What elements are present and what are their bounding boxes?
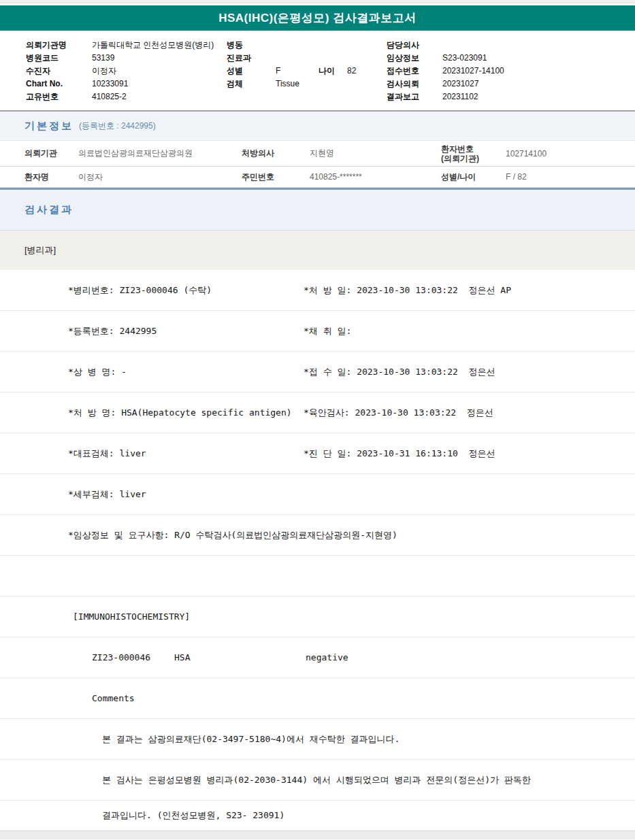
basic-info-section-header: 기본정보 (등록번호 : 2442995): [0, 112, 635, 141]
cell-label-line1: 환자번호: [441, 144, 474, 154]
info-column-left: 의뢰기관명가톨릭대학교 인천성모병원(병리) 병원코드53139 수진자이정자 …: [26, 39, 214, 103]
info-row: 고유번호410825-2: [26, 90, 214, 103]
basic-info-title: 기본정보: [25, 120, 74, 133]
info-row: 병동: [227, 39, 356, 52]
comment-line: 본 검사는 은평성모병원 병리과(02-2030-3144) 에서 시행되었으며…: [102, 774, 531, 786]
comments-header-row: Comments: [0, 678, 635, 719]
info-row: 담당의사: [387, 39, 504, 52]
comment-row: 본 검사는 은평성모병원 병리과(02-2030-3144) 에서 시행되었으며…: [0, 760, 635, 801]
results-title: 검사결과: [25, 203, 74, 216]
field-label: 병동: [227, 39, 276, 52]
comments-label: Comments: [92, 693, 135, 703]
info-row: Chart No.10233091: [26, 78, 214, 90]
field-label: 성별: [227, 65, 276, 78]
department-row: [병리과]: [0, 230, 635, 270]
cell-value: F / 82: [506, 172, 635, 182]
field-value: S23-023091: [442, 52, 487, 65]
table-row: 환자명 이정자 주민번호 410825-******* 성별/나이 F / 82: [0, 167, 635, 188]
cell-label: 의뢰기관: [0, 148, 78, 159]
detail-right: *채 취 일:: [304, 325, 635, 337]
registration-number-note: (등록번호 : 2442995): [79, 120, 156, 132]
detail-right: *진 단 일: 2023-10-31 16:13:10 정은선: [304, 448, 635, 460]
field-label: 담당의사: [387, 39, 442, 52]
detail-row-order-name: *처 방 명: HSA(Hepatocyte specific antigen)…: [0, 392, 635, 433]
detail-row-main-specimen: *대표검체: liver *진 단 일: 2023-10-31 16:13:10…: [0, 433, 635, 474]
field-label: 고유번호: [26, 90, 92, 103]
field-label: Chart No.: [26, 78, 92, 90]
cell-label: 성별/나이: [441, 172, 506, 182]
detail-right: *육안검사: 2023-10-30 13:03:22 정은선: [304, 407, 635, 419]
field-label: 진료과: [227, 52, 276, 65]
field-label: 임상정보: [387, 52, 442, 65]
field-value: 20231102: [442, 90, 478, 103]
detail-left: *등록번호: 2442995: [68, 325, 304, 337]
detail-row-empty: [0, 556, 635, 597]
comment-row: 결과입니다. (인천성모병원, S23- 23091): [0, 801, 635, 830]
field-value: 10233091: [92, 78, 128, 90]
detail-left: *처 방 명: HSA(Hepatocyte specific antigen): [68, 407, 304, 419]
report-banner: HSA(IHC)(은평성모) 검사결과보고서: [0, 5, 635, 31]
comment-line: 본 결과는 삼광의료재단(02-3497-5180~4)에서 재수탁한 결과입니…: [102, 733, 400, 745]
patient-info-block: 의뢰기관명가톨릭대학교 인천성모병원(병리) 병원코드53139 수진자이정자 …: [0, 31, 635, 110]
info-row-sex-age: 성별F나이82: [227, 65, 356, 78]
info-row: 의뢰기관명가톨릭대학교 인천성모병원(병리): [26, 39, 214, 52]
cell-label: 주민번호: [242, 171, 310, 183]
results-section-header: 검사결과: [0, 190, 635, 230]
cell-value: 410825-*******: [310, 172, 441, 182]
detail-row-diagnosis-name: *상 병 명: - *접 수 일: 2023-10-30 13:03:22 정은…: [0, 352, 635, 392]
report-title: HSA(IHC)(은평성모) 검사결과보고서: [218, 10, 417, 26]
cell-value: 102714100: [506, 149, 635, 158]
info-row: 검체Tissue: [227, 78, 356, 90]
field-label: 검체: [227, 78, 276, 90]
detail-left: *상 병 명: -: [68, 366, 304, 378]
footer-bar: [0, 830, 635, 839]
info-row: 검사의뢰20231027: [387, 78, 504, 90]
info-row: 결과보고20231102: [387, 90, 504, 103]
detail-right: *처 방 일: 2023-10-30 13:03:22 정은선 AP: [304, 284, 635, 297]
field-label: 병원코드: [26, 52, 92, 65]
field-value: 이정자: [92, 65, 116, 78]
cell-label: 환자명: [0, 171, 78, 183]
ihc-section-header: [IMMUNOHISTOCHEMISTRY]: [73, 611, 190, 622]
ihc-section-header-row: [IMMUNOHISTOCHEMISTRY]: [0, 597, 635, 637]
field-label: 검사의뢰: [387, 78, 442, 90]
department-label: [병리과]: [25, 244, 56, 256]
detail-left: *병리번호: ZI23-000046 (수탁): [68, 284, 304, 297]
field-label: 의뢰기관명: [26, 39, 92, 52]
info-row: 진료과: [227, 52, 356, 65]
field-value: Tissue: [276, 78, 299, 90]
field-value: 가톨릭대학교 인천성모병원(병리): [92, 39, 214, 52]
info-column-right: 담당의사 임상정보S23-023091 접수번호20231027-14100 검…: [387, 39, 504, 103]
info-row: 접수번호20231027-14100: [387, 65, 504, 78]
table-row: 의뢰기관 의료법인삼광의료재단삼광의원 처방의사 지현영 환자번호(의뢰기관) …: [0, 141, 635, 167]
cell-value: 이정자: [78, 171, 242, 183]
field-label: 나이: [319, 65, 347, 78]
cell-value: 지현영: [310, 148, 441, 159]
field-label: 수진자: [26, 65, 92, 78]
info-row: 수진자이정자: [26, 65, 214, 78]
comment-line: 결과입니다. (인천성모병원, S23- 23091): [102, 809, 284, 822]
cell-label: 처방의사: [242, 148, 310, 159]
info-row: 임상정보S23-023091: [387, 52, 504, 65]
detail-left: *대표검체: liver: [68, 448, 304, 460]
detail-row-pathology-number: *병리번호: ZI23-000046 (수탁) *처 방 일: 2023-10-…: [0, 270, 635, 311]
detail-left: *임상정보 및 요구사항: R/O 수탁검사(의료법인삼광의료재단삼광의원-지현…: [68, 529, 304, 541]
basic-info-table: 의뢰기관 의료법인삼광의료재단삼광의원 처방의사 지현영 환자번호(의뢰기관) …: [0, 141, 635, 188]
info-column-middle: 병동 진료과 성별F나이82 검체Tissue: [227, 39, 356, 90]
detail-right: *접 수 일: 2023-10-30 13:03:22 정은선: [304, 366, 635, 378]
field-value: 82: [347, 65, 356, 78]
detail-row-clinical-info: *임상정보 및 요구사항: R/O 수탁검사(의료법인삼광의료재단삼광의원-지현…: [0, 515, 635, 556]
result-value: negative: [306, 652, 348, 662]
field-value: F: [276, 65, 319, 78]
field-value: 20231027: [442, 78, 478, 90]
result-test-name: HSA: [174, 652, 306, 662]
comment-row: 본 결과는 삼광의료재단(02-3497-5180~4)에서 재수탁한 결과입니…: [0, 719, 635, 760]
field-label: 접수번호: [387, 65, 442, 78]
field-value: 53139: [92, 52, 114, 65]
info-row: 병원코드53139: [26, 52, 214, 65]
detail-row-registration-number: *등록번호: 2442995 *채 취 일:: [0, 311, 635, 352]
cell-label: 환자번호(의뢰기관): [441, 144, 506, 163]
detail-row-sub-specimen: *세부검체: liver: [0, 474, 635, 515]
detail-left: *세부검체: liver: [68, 488, 304, 501]
cell-value: 의료법인삼광의료재단삼광의원: [78, 148, 242, 159]
